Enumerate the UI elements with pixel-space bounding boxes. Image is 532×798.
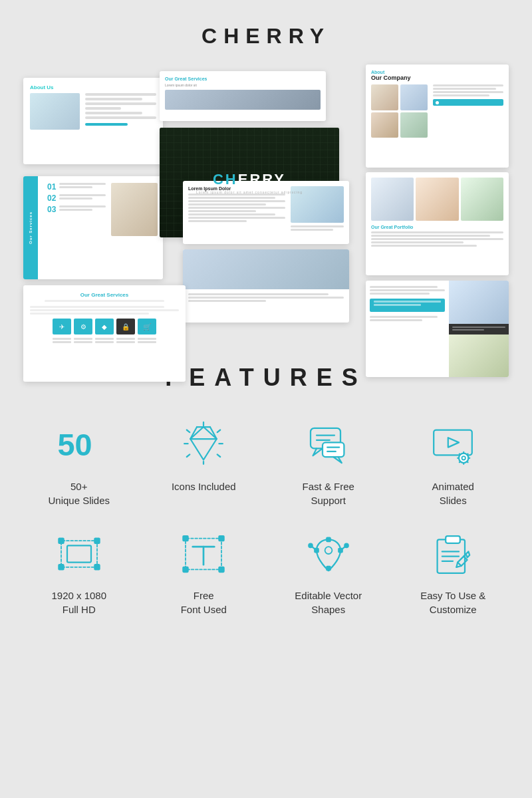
svg-point-54	[325, 547, 332, 554]
feature-unique-slides: 50 50+Unique Slides	[23, 418, 135, 507]
svg-line-32	[460, 462, 460, 462]
feature-fast-support: Fast & FreeSupport	[273, 418, 384, 507]
slide-hero-subtitle: Lorem ipsum dolor sit amet consectetur a…	[196, 190, 303, 194]
feature-icon-vector	[302, 527, 355, 581]
slide-conf-image	[183, 249, 349, 289]
svg-rect-51	[327, 567, 330, 570]
slide-our-services: Our Services 01 02 03	[23, 176, 163, 279]
sg-icon-1: ✈	[53, 319, 71, 334]
slide-about-us-label: About Us	[30, 84, 156, 90]
svg-point-49	[344, 544, 348, 547]
svg-rect-53	[338, 549, 342, 552]
feature-icon-animated	[426, 418, 479, 471]
svg-rect-52	[315, 549, 318, 552]
feature-icon-fullhd	[53, 527, 106, 581]
feature-icon-chat	[302, 418, 355, 471]
page-title: CHERRY	[201, 24, 331, 49]
svg-rect-40	[184, 536, 188, 541]
svg-line-9	[187, 430, 190, 433]
feature-icon-customize	[426, 527, 479, 581]
feature-label-icons: Icons Included	[172, 479, 236, 493]
svg-rect-18	[323, 442, 344, 457]
svg-text:50: 50	[57, 428, 92, 462]
sg-icon-4: 🔒	[116, 319, 135, 334]
slide-about-us: About Us	[23, 78, 163, 164]
svg-line-7	[187, 454, 190, 457]
svg-point-48	[309, 544, 312, 547]
feature-label-vector: Editable VectorShapes	[295, 589, 362, 616]
slide-great-services-img	[165, 90, 321, 110]
feature-vector-shapes: Editable VectorShapes	[273, 527, 384, 616]
svg-line-31	[467, 454, 467, 455]
svg-rect-35	[59, 539, 63, 543]
slide-about-us-image	[30, 93, 80, 130]
feature-label-support: Fast & FreeSupport	[303, 479, 354, 507]
slide-about-company-text	[433, 84, 503, 106]
slide-services-grid-labels	[30, 338, 179, 343]
slide-great-services-title: Our Great Services	[165, 76, 321, 81]
svg-rect-21	[434, 430, 472, 456]
svg-line-30	[467, 462, 467, 462]
svg-line-5	[217, 454, 221, 457]
slide-services-grid: Our Great Services ✈ ⚙ ◆ 🔒 🛒	[23, 285, 186, 382]
slide-services-image	[111, 183, 158, 236]
sg-icon-3: ◆	[95, 319, 114, 334]
svg-rect-37	[59, 565, 63, 569]
slides-preview: About Us Our Services 01	[23, 65, 509, 344]
feature-label-animated: AnimatedSlides	[432, 479, 474, 507]
slide-great-services-top: Our Great Services Lorem ipsum dolor sit	[160, 71, 326, 121]
features-grid: 50 50+Unique Slides	[23, 418, 509, 616]
feature-label-fullhd: 1920 x 1080Full HD	[51, 589, 106, 616]
slide-right-bottom	[366, 281, 509, 377]
slide-services-grid-title: Our Great Services	[30, 292, 179, 298]
svg-rect-43	[219, 567, 224, 572]
slide-conf-text	[183, 289, 349, 307]
svg-line-29	[460, 454, 460, 455]
feature-label-customize: Easy To Use &Customize	[420, 589, 485, 616]
slide-portfolio-title: Our Great Portfolio	[371, 225, 503, 229]
slide-services-label: Our Services	[29, 211, 33, 244]
svg-rect-56	[446, 536, 460, 543]
svg-rect-42	[184, 567, 188, 572]
slide-services-sidebar: Our Services	[23, 176, 38, 279]
slide-portfolio-images	[371, 178, 503, 221]
feature-full-hd: 1920 x 1080Full HD	[23, 527, 135, 616]
slide-about-company-images	[371, 84, 428, 138]
svg-rect-36	[94, 539, 99, 543]
slide-about-company-label: About	[371, 70, 503, 74]
slide-hero-title: CHERRY	[213, 171, 286, 188]
slide-conference	[183, 249, 349, 323]
svg-rect-50	[327, 538, 330, 541]
svg-rect-34	[67, 545, 91, 562]
slide-great-services-sub: Lorem ipsum dolor sit	[165, 83, 321, 87]
slide-about-company-heading: Our Company	[371, 74, 503, 81]
svg-rect-38	[94, 565, 99, 569]
feature-label-unique-slides: 50+Unique Slides	[48, 479, 110, 507]
feature-label-font: FreeFont Used	[181, 589, 227, 616]
slide-services-content: 01 02 03	[42, 176, 163, 223]
features-section: FEATURES 50 50+Unique Slides	[23, 364, 509, 643]
slide-portfolio: Our Great Portfolio	[366, 172, 509, 275]
slide-about-us-text	[85, 93, 156, 126]
svg-rect-41	[219, 536, 224, 541]
svg-line-3	[217, 430, 221, 433]
sg-icon-2: ⚙	[74, 319, 92, 334]
feature-free-font: FreeFont Used	[148, 527, 260, 616]
feature-easy-customize: Easy To Use &Customize	[398, 527, 509, 616]
feature-icon-50: 50	[53, 418, 106, 471]
slide-services-grid-icons: ✈ ⚙ ◆ 🔒 🛒	[30, 319, 179, 334]
slide-about-company: About Our Company	[366, 65, 509, 168]
feature-icon-font	[177, 527, 230, 581]
feature-animated-slides: AnimatedSlides	[398, 418, 509, 507]
feature-icon-diamond	[177, 418, 230, 471]
sg-icon-5: 🛒	[138, 319, 156, 334]
svg-marker-22	[448, 438, 459, 447]
feature-icons-included: Icons Included	[148, 418, 260, 507]
